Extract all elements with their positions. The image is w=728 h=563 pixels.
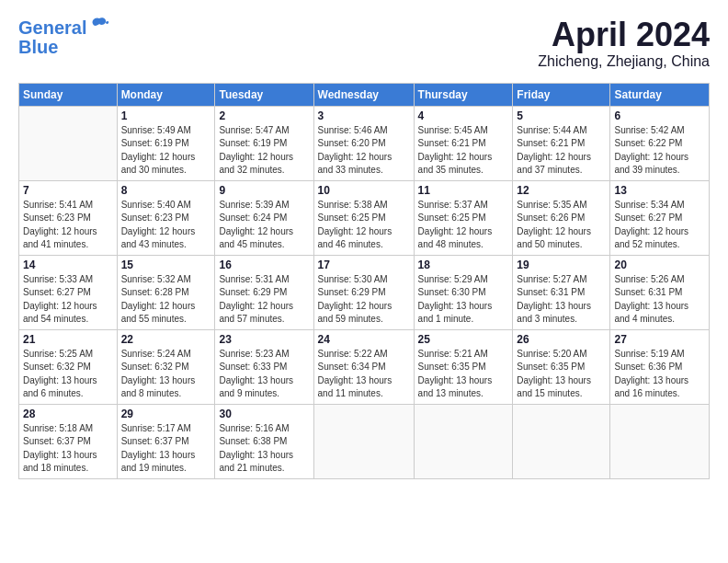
calendar-cell: 28Sunrise: 5:18 AMSunset: 6:37 PMDayligh… <box>19 404 118 478</box>
calendar-cell: 6Sunrise: 5:42 AMSunset: 6:22 PMDaylight… <box>610 106 710 180</box>
calendar-cell: 13Sunrise: 5:34 AMSunset: 6:27 PMDayligh… <box>610 180 710 255</box>
calendar-cell: 16Sunrise: 5:31 AMSunset: 6:29 PMDayligh… <box>215 255 313 329</box>
calendar-title: April 2024 <box>538 17 710 53</box>
day-number: 21 <box>23 333 113 346</box>
header-tuesday: Tuesday <box>215 83 313 106</box>
day-info: Sunrise: 5:31 AMSunset: 6:29 PMDaylight:… <box>219 273 309 327</box>
calendar-cell: 21Sunrise: 5:25 AMSunset: 6:32 PMDayligh… <box>19 329 118 404</box>
calendar-cell: 30Sunrise: 5:16 AMSunset: 6:38 PMDayligh… <box>215 404 313 478</box>
header-thursday: Thursday <box>414 83 513 106</box>
week-row-3: 14Sunrise: 5:33 AMSunset: 6:27 PMDayligh… <box>19 255 710 329</box>
week-row-5: 28Sunrise: 5:18 AMSunset: 6:37 PMDayligh… <box>19 404 710 478</box>
day-number: 2 <box>219 109 309 122</box>
day-number: 24 <box>318 333 410 346</box>
header-sunday: Sunday <box>19 83 118 106</box>
header-saturday: Saturday <box>610 83 710 106</box>
header-friday: Friday <box>513 83 610 106</box>
calendar-cell: 3Sunrise: 5:46 AMSunset: 6:20 PMDaylight… <box>313 106 414 180</box>
day-number: 23 <box>219 333 309 346</box>
calendar-cell: 26Sunrise: 5:20 AMSunset: 6:35 PMDayligh… <box>513 329 610 404</box>
day-info: Sunrise: 5:21 AMSunset: 6:35 PMDaylight:… <box>418 348 509 401</box>
day-number: 10 <box>318 184 410 197</box>
calendar-cell: 7Sunrise: 5:41 AMSunset: 6:23 PMDaylight… <box>19 180 118 255</box>
day-info: Sunrise: 5:42 AMSunset: 6:22 PMDaylight:… <box>614 124 705 178</box>
calendar-cell: 9Sunrise: 5:39 AMSunset: 6:24 PMDaylight… <box>215 180 313 255</box>
calendar-cell: 17Sunrise: 5:30 AMSunset: 6:29 PMDayligh… <box>313 255 414 329</box>
weekday-header-row: Sunday Monday Tuesday Wednesday Thursday… <box>19 83 710 106</box>
day-number: 7 <box>23 184 113 197</box>
calendar-cell <box>313 404 414 478</box>
day-info: Sunrise: 5:17 AMSunset: 6:37 PMDaylight:… <box>121 422 211 476</box>
day-number: 17 <box>318 259 410 271</box>
day-info: Sunrise: 5:23 AMSunset: 6:33 PMDaylight:… <box>219 348 309 401</box>
day-info: Sunrise: 5:16 AMSunset: 6:38 PMDaylight:… <box>219 422 309 476</box>
calendar-cell <box>513 404 610 478</box>
calendar-cell: 2Sunrise: 5:47 AMSunset: 6:19 PMDaylight… <box>215 106 313 180</box>
day-number: 22 <box>121 333 211 346</box>
calendar-cell: 22Sunrise: 5:24 AMSunset: 6:32 PMDayligh… <box>117 329 215 404</box>
day-number: 13 <box>614 184 705 197</box>
day-info: Sunrise: 5:20 AMSunset: 6:35 PMDaylight:… <box>517 348 606 401</box>
day-number: 29 <box>121 408 211 420</box>
day-number: 12 <box>517 184 606 197</box>
day-number: 19 <box>517 259 606 271</box>
calendar-cell: 4Sunrise: 5:45 AMSunset: 6:21 PMDaylight… <box>414 106 513 180</box>
day-number: 4 <box>418 109 509 122</box>
day-info: Sunrise: 5:35 AMSunset: 6:26 PMDaylight:… <box>517 199 606 252</box>
day-number: 6 <box>614 109 705 122</box>
day-info: Sunrise: 5:37 AMSunset: 6:25 PMDaylight:… <box>418 199 509 252</box>
header-wednesday: Wednesday <box>313 83 414 106</box>
logo-general-text: General <box>18 18 86 37</box>
day-number: 1 <box>121 109 211 122</box>
day-info: Sunrise: 5:39 AMSunset: 6:24 PMDaylight:… <box>219 199 309 252</box>
week-row-2: 7Sunrise: 5:41 AMSunset: 6:23 PMDaylight… <box>19 180 710 255</box>
day-info: Sunrise: 5:32 AMSunset: 6:28 PMDaylight:… <box>121 273 211 327</box>
day-info: Sunrise: 5:38 AMSunset: 6:25 PMDaylight:… <box>318 199 410 252</box>
day-number: 8 <box>121 184 211 197</box>
calendar-cell: 23Sunrise: 5:23 AMSunset: 6:33 PMDayligh… <box>215 329 313 404</box>
day-info: Sunrise: 5:22 AMSunset: 6:34 PMDaylight:… <box>318 348 410 401</box>
day-number: 30 <box>219 408 309 420</box>
day-number: 11 <box>418 184 509 197</box>
logo-blue-text: Blue <box>18 38 109 56</box>
day-info: Sunrise: 5:27 AMSunset: 6:31 PMDaylight:… <box>517 273 606 327</box>
calendar-cell: 12Sunrise: 5:35 AMSunset: 6:26 PMDayligh… <box>513 180 610 255</box>
day-number: 27 <box>614 333 705 346</box>
day-number: 5 <box>517 109 606 122</box>
calendar-cell: 5Sunrise: 5:44 AMSunset: 6:21 PMDaylight… <box>513 106 610 180</box>
day-info: Sunrise: 5:34 AMSunset: 6:27 PMDaylight:… <box>614 199 705 252</box>
calendar-table: Sunday Monday Tuesday Wednesday Thursday… <box>18 83 710 479</box>
day-info: Sunrise: 5:45 AMSunset: 6:21 PMDaylight:… <box>418 124 509 178</box>
calendar-cell <box>19 106 118 180</box>
day-info: Sunrise: 5:19 AMSunset: 6:36 PMDaylight:… <box>614 348 705 401</box>
calendar-cell: 25Sunrise: 5:21 AMSunset: 6:35 PMDayligh… <box>414 329 513 404</box>
page: General Blue April 2024 Zhicheng, Zhejia… <box>0 0 728 488</box>
calendar-cell: 20Sunrise: 5:26 AMSunset: 6:31 PMDayligh… <box>610 255 710 329</box>
day-info: Sunrise: 5:26 AMSunset: 6:31 PMDaylight:… <box>614 273 705 327</box>
calendar-cell: 8Sunrise: 5:40 AMSunset: 6:23 PMDaylight… <box>117 180 215 255</box>
week-row-4: 21Sunrise: 5:25 AMSunset: 6:32 PMDayligh… <box>19 329 710 404</box>
day-info: Sunrise: 5:24 AMSunset: 6:32 PMDaylight:… <box>121 348 211 401</box>
day-info: Sunrise: 5:49 AMSunset: 6:19 PMDaylight:… <box>121 124 211 178</box>
day-number: 18 <box>418 259 509 271</box>
calendar-cell: 15Sunrise: 5:32 AMSunset: 6:28 PMDayligh… <box>117 255 215 329</box>
day-number: 25 <box>418 333 509 346</box>
day-info: Sunrise: 5:41 AMSunset: 6:23 PMDaylight:… <box>23 199 113 252</box>
day-info: Sunrise: 5:44 AMSunset: 6:21 PMDaylight:… <box>517 124 606 178</box>
week-row-1: 1Sunrise: 5:49 AMSunset: 6:19 PMDaylight… <box>19 106 710 180</box>
calendar-cell <box>610 404 710 478</box>
logo: General Blue <box>18 17 109 56</box>
calendar-cell: 18Sunrise: 5:29 AMSunset: 6:30 PMDayligh… <box>414 255 513 329</box>
calendar-cell: 1Sunrise: 5:49 AMSunset: 6:19 PMDaylight… <box>117 106 215 180</box>
day-info: Sunrise: 5:18 AMSunset: 6:37 PMDaylight:… <box>23 422 113 476</box>
day-number: 15 <box>121 259 211 271</box>
day-number: 20 <box>614 259 705 271</box>
calendar-cell <box>414 404 513 478</box>
day-info: Sunrise: 5:47 AMSunset: 6:19 PMDaylight:… <box>219 124 309 178</box>
day-number: 9 <box>219 184 309 197</box>
calendar-cell: 27Sunrise: 5:19 AMSunset: 6:36 PMDayligh… <box>610 329 710 404</box>
day-info: Sunrise: 5:30 AMSunset: 6:29 PMDaylight:… <box>318 273 410 327</box>
calendar-cell: 11Sunrise: 5:37 AMSunset: 6:25 PMDayligh… <box>414 180 513 255</box>
title-block: April 2024 Zhicheng, Zhejiang, China <box>538 17 710 70</box>
day-number: 26 <box>517 333 606 346</box>
